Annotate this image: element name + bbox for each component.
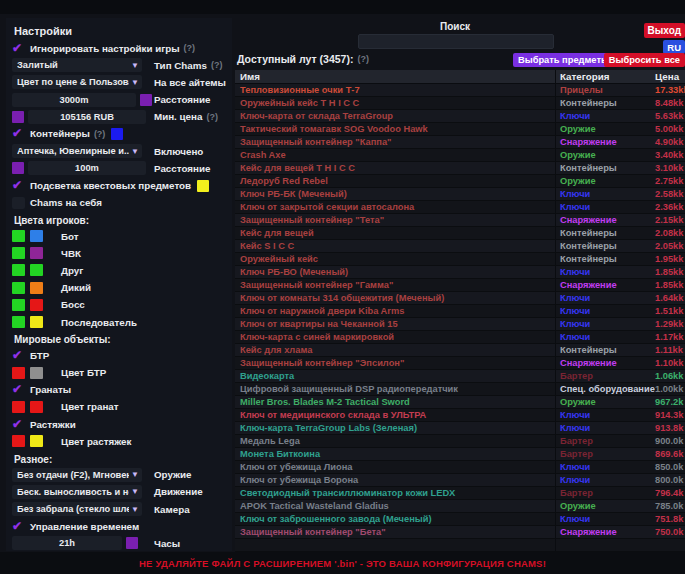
table-row[interactable]: Цифровой защищенный DSP радиопередатчикС… xyxy=(235,383,685,396)
help-icon[interactable]: (?) xyxy=(206,112,218,122)
search-label: Поиск xyxy=(235,21,675,32)
checkbox-checked-icon[interactable]: ✔ xyxy=(12,418,27,431)
color-swatch[interactable] xyxy=(30,230,43,242)
checkbox-checked-icon[interactable]: ✔ xyxy=(12,349,27,362)
help-icon[interactable]: (?) xyxy=(211,60,223,70)
checkbox-checked-icon[interactable]: ✔ xyxy=(12,127,27,140)
table-row[interactable]: Защищенный контейнер "Гамма"Снаряжение1.… xyxy=(235,279,685,292)
table-row[interactable]: Кейс S I C CКонтейнеры2.05kk xyxy=(235,240,685,253)
table-row[interactable]: Тактический томагавк SOG Voodoo HawkОруж… xyxy=(235,123,685,136)
table-row[interactable]: Ключ от комнаты 314 общежития (Меченый)К… xyxy=(235,292,685,305)
hours-input[interactable]: 21h xyxy=(12,536,122,550)
color-swatch[interactable] xyxy=(12,111,24,123)
row-chams-self: Chams на себя xyxy=(12,196,226,210)
player-colors-title: Цвета игроков: xyxy=(14,215,226,226)
color-swatch[interactable] xyxy=(30,367,43,379)
chevron-down-icon: ▼ xyxy=(131,487,139,496)
camera-dropdown[interactable]: Без забрала (стекло шлема) ▼ xyxy=(12,502,142,516)
table-row[interactable]: Ключ от заброшенного завода (Меченый)Клю… xyxy=(235,513,685,526)
table-row[interactable]: Защищенный контейнер "Тета"Снаряжение2.1… xyxy=(235,214,685,227)
table-row[interactable]: Тепловизионные очки Т-7Прицелы17.33kk xyxy=(235,84,685,97)
column-header-category[interactable]: Категория xyxy=(555,70,655,83)
color-swatch[interactable] xyxy=(197,180,209,192)
color-swatch[interactable] xyxy=(12,401,25,413)
column-header-price[interactable]: Цена xyxy=(655,71,685,82)
color-swatch[interactable] xyxy=(12,282,25,294)
color-swatch[interactable] xyxy=(30,435,43,447)
color-swatch[interactable] xyxy=(12,230,25,242)
table-row[interactable]: Защищенный контейнер "Эпсилон"Снаряжение… xyxy=(235,357,685,370)
color-swatch[interactable] xyxy=(30,264,43,276)
table-row[interactable]: Miller Bros. Blades M-2 Tactical SwordОр… xyxy=(235,396,685,409)
table-row[interactable]: Ключ-карта от склада TerraGroupКлючи5.63… xyxy=(235,110,685,123)
weapon-dropdown[interactable]: Без отдачи (F2), Мгновенное п ▼ xyxy=(12,468,142,482)
distance-input[interactable]: 3000m xyxy=(12,93,136,107)
table-row[interactable]: Ключ от наружной двери Kiba ArmsКлючи1.5… xyxy=(235,305,685,318)
table-row[interactable]: Ключ от медицинского склада в УЛЬТРАКлюч… xyxy=(235,409,685,422)
color-swatch[interactable] xyxy=(30,316,43,328)
color-swatch[interactable] xyxy=(126,537,138,549)
discard-all-button[interactable]: Выбросить все xyxy=(604,53,685,67)
color-swatch[interactable] xyxy=(12,367,25,379)
table-row[interactable]: APOK Tactical Wasteland GladiusОружие785… xyxy=(235,500,685,513)
language-button[interactable]: RU xyxy=(663,40,685,54)
color-swatch[interactable] xyxy=(12,162,24,174)
table-row[interactable]: Защищенный контейнер "Бета"Снаряжение750… xyxy=(235,526,685,539)
color-swatch[interactable] xyxy=(30,282,43,294)
checkbox-checked-icon[interactable]: ✔ xyxy=(12,383,27,396)
color-swatch[interactable] xyxy=(12,264,25,276)
table-row[interactable]: Ключ-карта TerraGroup Labs (Зеленая)Ключ… xyxy=(235,422,685,435)
table-row[interactable]: Crash AxeОружие3.40kk xyxy=(235,149,685,162)
container-filter-dropdown[interactable]: Аптечка, Ювелирные и... ▼ xyxy=(12,144,142,158)
color-swatch[interactable] xyxy=(30,247,43,259)
min-price-input[interactable]: 105156 RUB xyxy=(28,110,146,124)
table-row[interactable]: ВидеокартаБартер1.06kk xyxy=(235,370,685,383)
help-icon[interactable]: (?) xyxy=(94,129,106,139)
color-swatch[interactable] xyxy=(30,299,43,311)
chevron-down-icon: ▼ xyxy=(131,78,139,87)
chams-type-dropdown[interactable]: Залитый ▼ xyxy=(12,58,142,72)
table-row[interactable]: Ключ от убежища ЛионаКлючи850.0k xyxy=(235,461,685,474)
checkbox-checked-icon[interactable]: ✔ xyxy=(12,520,27,533)
table-row[interactable]: Кейс для хламаКонтейнеры1.11kk xyxy=(235,344,685,357)
table-row[interactable] xyxy=(235,539,685,552)
table-row[interactable]: Кейс для вещей T H I C CКонтейнеры3.10kk xyxy=(235,162,685,175)
color-swatch[interactable] xyxy=(140,94,152,106)
table-row[interactable]: Ключ-карта с синей маркировкойКлючи1.17k… xyxy=(235,331,685,344)
search-input[interactable] xyxy=(358,34,554,49)
checkbox-checked-icon[interactable]: ✔ xyxy=(12,179,27,192)
item-name: Оружейный кейс xyxy=(235,254,555,264)
item-price: 17.33kk xyxy=(655,85,685,95)
color-swatch[interactable] xyxy=(12,247,25,259)
table-row[interactable]: Ледоруб Red RebelОружие2.75kk xyxy=(235,175,685,188)
loot-table[interactable]: Имя Категория Цена Тепловизионные очки Т… xyxy=(235,70,685,552)
table-row[interactable]: Защищенный контейнер "Каппа"Снаряжение4.… xyxy=(235,136,685,149)
table-row[interactable]: Ключ от закрытой секции автосалонаКлючи2… xyxy=(235,201,685,214)
column-header-name[interactable]: Имя xyxy=(235,71,555,82)
table-row[interactable]: Ключ РБ-ВО (Меченый)Ключи1.85kk xyxy=(235,266,685,279)
item-price: 2.08kk xyxy=(655,228,685,238)
checkbox-unchecked-icon[interactable] xyxy=(12,197,25,209)
table-row[interactable]: Оружейный кейс T H I C CКонтейнеры8.48kk xyxy=(235,97,685,110)
color-swatch[interactable] xyxy=(111,128,123,140)
color-mode-dropdown[interactable]: Цвет по цене & Пользователь ▼ xyxy=(12,75,142,89)
color-swatch[interactable] xyxy=(30,401,43,413)
color-swatch[interactable] xyxy=(12,299,25,311)
help-icon[interactable]: (?) xyxy=(357,54,369,64)
checkbox-checked-icon[interactable]: ✔ xyxy=(12,42,27,55)
table-row[interactable]: Ключ от убежища ВоронаКлючи800.0k xyxy=(235,474,685,487)
exit-button[interactable]: Выход xyxy=(644,23,685,38)
color-swatch[interactable] xyxy=(12,435,25,447)
table-row[interactable]: Ключ от квартиры на Чеканной 15Ключи1.29… xyxy=(235,318,685,331)
table-row[interactable]: Оружейный кейсКонтейнеры1.95kk xyxy=(235,253,685,266)
grenades-label: Гранаты xyxy=(30,384,71,395)
container-distance-input[interactable]: 100m xyxy=(28,161,146,175)
table-row[interactable]: Ключ РБ-БК (Меченый)Ключи2.58kk xyxy=(235,188,685,201)
help-icon[interactable]: (?) xyxy=(184,43,196,53)
color-swatch[interactable] xyxy=(12,316,25,328)
movement-dropdown[interactable]: Беск. выносливость и нет уста ▼ xyxy=(12,485,142,499)
table-row[interactable]: Светодиодный трансиллюминатор кожи LEDXБ… xyxy=(235,487,685,500)
table-row[interactable]: Монета БиткоинаБартер869.6k xyxy=(235,448,685,461)
table-row[interactable]: Медаль LegaБартер900.0k xyxy=(235,435,685,448)
table-row[interactable]: Кейс для вещейКонтейнеры2.08kk xyxy=(235,227,685,240)
